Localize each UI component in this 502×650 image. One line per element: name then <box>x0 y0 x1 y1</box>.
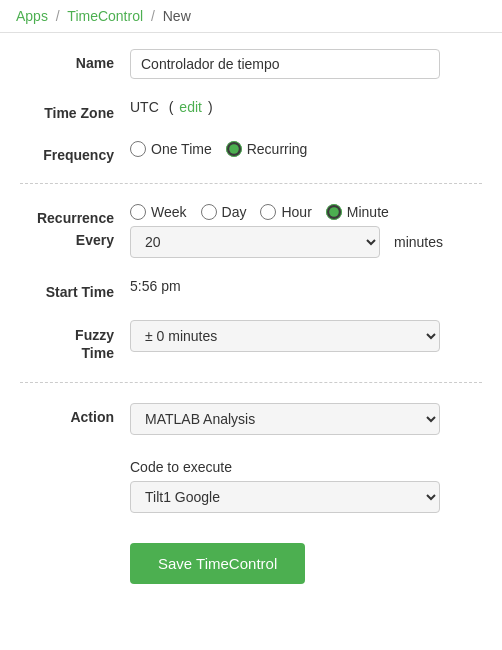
recurrence-radio-day[interactable] <box>201 204 217 220</box>
breadcrumb-current: New <box>163 8 191 24</box>
timezone-label: Time Zone <box>20 99 130 121</box>
fuzzytime-row: Fuzzy Time ± 0 minutes ± 1 minute ± 2 mi… <box>20 320 482 383</box>
frequency-row: Frequency One Time Recurring <box>20 141 482 184</box>
every-unit-label: minutes <box>394 234 443 250</box>
fuzzytime-select[interactable]: ± 0 minutes ± 1 minute ± 2 minutes ± 5 m… <box>130 320 440 352</box>
timezone-row: Time Zone UTC ( edit ) <box>20 99 482 121</box>
every-label: Every <box>20 226 130 248</box>
every-value-area: 20 1 2 5 10 15 30 minutes <box>130 226 482 258</box>
frequency-radio-recurring[interactable] <box>226 141 242 157</box>
name-value <box>130 49 482 79</box>
save-button[interactable]: Save TimeControl <box>130 543 305 584</box>
timezone-value-area: UTC ( edit ) <box>130 99 482 115</box>
recurrence-label-day: Day <box>222 204 247 220</box>
recurrence-radio-week[interactable] <box>130 204 146 220</box>
breadcrumb-apps[interactable]: Apps <box>16 8 48 24</box>
frequency-label: Frequency <box>20 141 130 163</box>
starttime-row: Start Time 5:56 pm <box>20 278 482 300</box>
form-container: Name Time Zone UTC ( edit ) Frequency On… <box>0 33 502 600</box>
recurrence-row: Recurrence Week Day Hour Minute <box>20 204 482 226</box>
recurrence-option-minute[interactable]: Minute <box>326 204 389 220</box>
action-select[interactable]: MATLAB Analysis Python Script Shell Comm… <box>130 403 440 435</box>
frequency-options: One Time Recurring <box>130 141 482 157</box>
action-value-area: MATLAB Analysis Python Script Shell Comm… <box>130 403 482 435</box>
every-select[interactable]: 20 1 2 5 10 15 30 <box>130 226 380 258</box>
every-row: Every 20 1 2 5 10 15 30 minutes <box>20 226 482 258</box>
action-label: Action <box>20 403 130 425</box>
name-label: Name <box>20 49 130 71</box>
fuzzytime-label-line2: Time <box>82 345 114 361</box>
recurrence-options: Week Day Hour Minute <box>130 204 482 220</box>
starttime-text: 5:56 pm <box>130 278 181 294</box>
code-select[interactable]: Tilt1 Google Tilt2 Google Analysis 1 <box>130 481 440 513</box>
starttime-value: 5:56 pm <box>130 278 482 294</box>
recurrence-label-week: Week <box>151 204 187 220</box>
code-label: Code to execute <box>130 459 440 475</box>
recurrence-label-minute: Minute <box>347 204 389 220</box>
code-section: Code to execute Tilt1 Google Tilt2 Googl… <box>130 459 440 513</box>
recurrence-label-hour: Hour <box>281 204 311 220</box>
recurrence-radio-group: Week Day Hour Minute <box>130 204 389 220</box>
recurrence-option-day[interactable]: Day <box>201 204 247 220</box>
breadcrumb-sep1: / <box>56 8 60 24</box>
action-row: Action MATLAB Analysis Python Script She… <box>20 403 482 435</box>
name-input[interactable] <box>130 49 440 79</box>
timezone-paren-open: ( <box>165 99 174 115</box>
starttime-label: Start Time <box>20 278 130 300</box>
frequency-radio-group: One Time Recurring <box>130 141 307 157</box>
recurrence-option-hour[interactable]: Hour <box>260 204 311 220</box>
frequency-radio-onetime[interactable] <box>130 141 146 157</box>
breadcrumb-sep2: / <box>151 8 155 24</box>
breadcrumb: Apps / TimeControl / New <box>0 0 502 33</box>
timezone-paren-close: ) <box>208 99 213 115</box>
fuzzytime-label-line1: Fuzzy <box>75 327 114 343</box>
frequency-option-recurring[interactable]: Recurring <box>226 141 308 157</box>
recurrence-label: Recurrence <box>20 204 130 226</box>
save-row: Save TimeControl <box>20 533 482 584</box>
recurrence-radio-minute[interactable] <box>326 204 342 220</box>
code-row: Code to execute Tilt1 Google Tilt2 Googl… <box>130 455 482 513</box>
timezone-edit-link[interactable]: edit <box>179 99 202 115</box>
timezone-text: UTC <box>130 99 159 115</box>
frequency-label-onetime: One Time <box>151 141 212 157</box>
name-row: Name <box>20 49 482 79</box>
frequency-label-recurring: Recurring <box>247 141 308 157</box>
recurrence-option-week[interactable]: Week <box>130 204 187 220</box>
frequency-option-onetime[interactable]: One Time <box>130 141 212 157</box>
recurrence-radio-hour[interactable] <box>260 204 276 220</box>
fuzzytime-label: Fuzzy Time <box>20 320 130 362</box>
breadcrumb-timecontrol[interactable]: TimeControl <box>67 8 143 24</box>
fuzzytime-value-area: ± 0 minutes ± 1 minute ± 2 minutes ± 5 m… <box>130 320 482 352</box>
